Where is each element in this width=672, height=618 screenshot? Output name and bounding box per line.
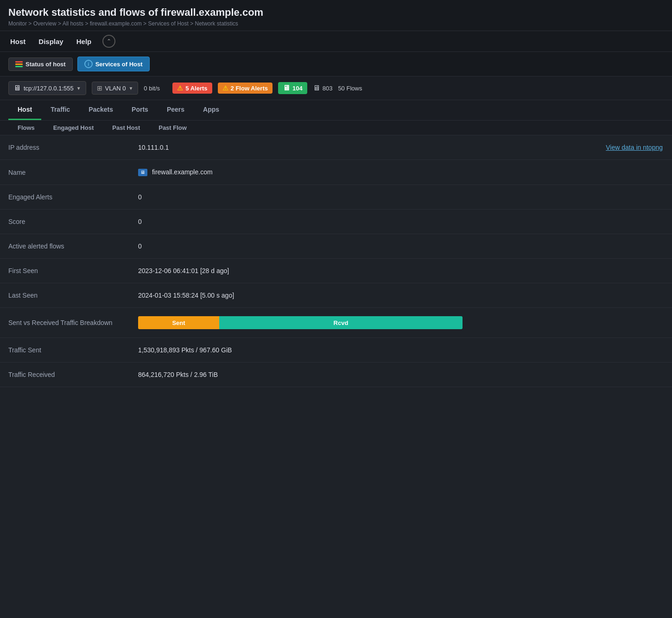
row-value-ip: 10.111.0.1: [130, 135, 456, 160]
interface-dropdown-icon: ▼: [76, 86, 81, 91]
tab-packets[interactable]: Packets: [79, 100, 122, 120]
menu-help[interactable]: Help: [75, 37, 94, 46]
services-host-button[interactable]: i Services of Host: [77, 57, 150, 71]
table-row: Name 🖥 firewall.example.com: [0, 160, 672, 185]
row-value-engaged-alerts: 0: [130, 185, 456, 210]
monitored-hosts-display: 🖥 803: [313, 84, 333, 92]
row-label-traffic-sent: Traffic Sent: [0, 338, 130, 363]
row-label-traffic-breakdown: Sent vs Received Traffic Breakdown: [0, 308, 130, 338]
tabs-row: Host Traffic Packets Ports Peers Apps: [8, 100, 664, 120]
row-value-traffic-breakdown: Sent Rcvd: [130, 308, 672, 338]
table-row: First Seen 2023-12-06 06:41:01 [28 d ago…: [0, 259, 672, 283]
row-extra-ip: View data in ntopng: [456, 135, 672, 160]
flow-alerts-badge[interactable]: ⚠ 2 Flow Alerts: [218, 83, 273, 94]
row-label-name: Name: [0, 160, 130, 185]
subtab-past-flow[interactable]: Past Flow: [149, 121, 196, 135]
view-ntopng-link[interactable]: View data in ntopng: [606, 144, 663, 151]
active-hosts-badge: 🖥 104: [278, 82, 307, 94]
row-label-engaged-alerts: Engaged Alerts: [0, 185, 130, 210]
info-icon: i: [84, 60, 93, 68]
row-value-active-flows: 0: [130, 234, 456, 259]
row-value-last-seen: 2024-01-03 15:58:24 [5.00 s ago]: [130, 283, 456, 308]
host-icon: 🖥: [138, 169, 147, 176]
flow-alert-warning-icon: ⚠: [222, 84, 228, 92]
table-row: Last Seen 2024-01-03 15:58:24 [5.00 s ag…: [0, 283, 672, 308]
table-row: IP address 10.111.0.1 View data in ntopn…: [0, 135, 672, 160]
network-icon: 🖥: [13, 84, 21, 92]
table-row: Sent vs Received Traffic Breakdown Sent …: [0, 308, 672, 338]
row-label-ip: IP address: [0, 135, 130, 160]
page-header: Network statistics and flows of firewall…: [0, 0, 672, 31]
table-row: Active alerted flows 0: [0, 234, 672, 259]
menu-chevron-icon[interactable]: ⌃: [102, 35, 115, 48]
row-label-traffic-received: Traffic Received: [0, 363, 130, 387]
tab-traffic[interactable]: Traffic: [41, 100, 79, 120]
tab-apps[interactable]: Apps: [194, 100, 228, 120]
interface-selector[interactable]: 🖥 tcp://127.0.0.1:555 ▼: [8, 81, 86, 95]
row-label-first-seen: First Seen: [0, 259, 130, 283]
breadcrumb: Monitor > Overview > All hosts > firewal…: [8, 20, 664, 27]
subtab-past-host[interactable]: Past Host: [103, 121, 149, 135]
status-host-button[interactable]: Status of host: [8, 57, 73, 71]
row-value-name: 🖥 firewall.example.com: [130, 160, 456, 185]
tab-ports[interactable]: Ports: [122, 100, 158, 120]
toolbar: 🖥 tcp://127.0.0.1:555 ▼ ⊞ VLAN 0 ▼ 0 bit…: [0, 76, 672, 100]
traffic-sent-bar: Sent: [138, 316, 219, 329]
menu-bar: Host Display Help ⌃: [0, 31, 672, 52]
table-row: Score 0: [0, 210, 672, 234]
menu-host[interactable]: Host: [8, 37, 27, 46]
host-data-table: IP address 10.111.0.1 View data in ntopn…: [0, 135, 672, 387]
table-row: Traffic Received 864,216,720 Pkts / 2.96…: [0, 363, 672, 387]
tab-peers[interactable]: Peers: [158, 100, 194, 120]
subtabs-row: Flows Engaged Host Past Host Past Flow: [0, 121, 672, 135]
row-value-score: 0: [130, 210, 456, 234]
row-label-score: Score: [0, 210, 130, 234]
bitrate-display: 0 bit/s: [144, 85, 167, 92]
row-value-traffic-sent: 1,530,918,893 Pkts / 967.60 GiB: [130, 338, 456, 363]
menu-display[interactable]: Display: [37, 37, 65, 46]
vlan-selector[interactable]: ⊞ VLAN 0 ▼: [92, 82, 139, 95]
traffic-rcvd-bar: Rcvd: [219, 316, 463, 329]
subtab-flows[interactable]: Flows: [8, 121, 44, 135]
monitor-active-icon: 🖥: [283, 84, 290, 92]
status-bars-icon: [15, 61, 23, 67]
sub-tabs-bar: Flows Engaged Host Past Host Past Flow: [0, 121, 672, 135]
vlan-icon: ⊞: [97, 84, 102, 92]
row-label-active-flows: Active alerted flows: [0, 234, 130, 259]
monitor-icon: 🖥: [313, 84, 320, 92]
main-tabs: Host Traffic Packets Ports Peers Apps: [0, 100, 672, 121]
table-row: Engaged Alerts 0: [0, 185, 672, 210]
row-value-traffic-received: 864,216,720 Pkts / 2.96 TiB: [130, 363, 456, 387]
alerts-badge[interactable]: ⚠ 5 Alerts: [172, 83, 212, 94]
alert-warning-icon: ⚠: [177, 84, 183, 92]
vlan-dropdown-icon: ▼: [128, 86, 133, 91]
flows-display: 50 Flows: [338, 85, 362, 92]
content-area: IP address 10.111.0.1 View data in ntopn…: [0, 135, 672, 387]
traffic-breakdown-bar: Sent Rcvd: [138, 316, 463, 329]
page-title: Network statistics and flows of firewall…: [8, 6, 664, 19]
tab-host[interactable]: Host: [8, 100, 41, 120]
row-value-first-seen: 2023-12-06 06:41:01 [28 d ago]: [130, 259, 456, 283]
table-row: Traffic Sent 1,530,918,893 Pkts / 967.60…: [0, 338, 672, 363]
subtab-engaged-host[interactable]: Engaged Host: [44, 121, 103, 135]
action-bar: Status of host i Services of Host: [0, 52, 672, 76]
row-label-last-seen: Last Seen: [0, 283, 130, 308]
